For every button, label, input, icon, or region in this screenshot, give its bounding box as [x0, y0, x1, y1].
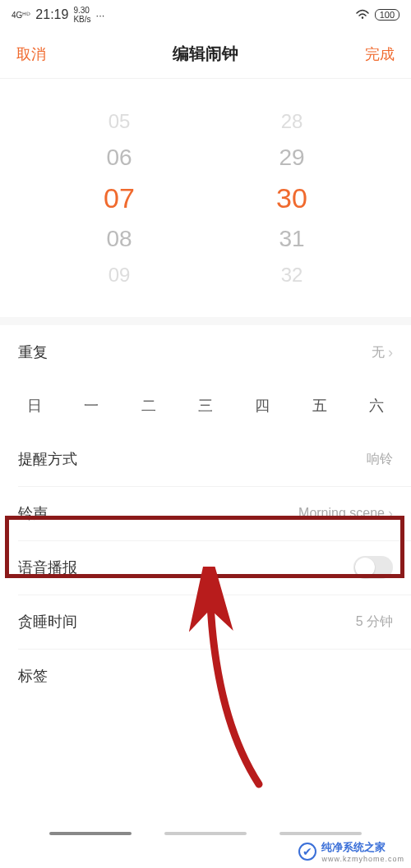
- battery-indicator: 100: [375, 9, 399, 21]
- voice-broadcast-row[interactable]: 语音播报: [0, 540, 411, 595]
- status-more: ···: [96, 9, 105, 21]
- reminder-value: 响铃: [367, 451, 393, 468]
- tag-row[interactable]: 标签: [0, 649, 411, 703]
- hour-option[interactable]: 08: [106, 226, 132, 252]
- watermark-url: www.kzmyhome.com: [321, 855, 404, 863]
- snooze-row[interactable]: 贪睡时间 5 分钟: [0, 595, 411, 649]
- minute-selected[interactable]: 30: [276, 182, 307, 214]
- weekday-fri[interactable]: 五: [303, 396, 336, 416]
- hour-column[interactable]: 05 06 07 08 09: [33, 110, 206, 287]
- ringtone-row[interactable]: 铃声 Morning scene ›: [0, 486, 411, 540]
- hour-option[interactable]: 05: [109, 110, 131, 133]
- watermark-brand: 纯净系统之家: [321, 840, 404, 855]
- time-picker[interactable]: 05 06 07 08 09 28 29 30 31 32: [0, 79, 411, 325]
- weekday-tue[interactable]: 二: [132, 396, 165, 416]
- repeat-label: 重复: [18, 342, 48, 362]
- chevron-right-icon: ›: [388, 344, 393, 361]
- status-time: 21:19: [35, 7, 68, 22]
- hour-option[interactable]: 06: [106, 145, 132, 171]
- net-speed: 9.30 KB/s: [73, 6, 90, 24]
- voice-toggle[interactable]: [353, 556, 393, 579]
- status-bar: 4Gᴴᴰ 21:19 9.30 KB/s ··· 100: [0, 0, 411, 30]
- hour-selected[interactable]: 07: [104, 182, 135, 214]
- minute-option[interactable]: 29: [279, 145, 304, 171]
- ringtone-label: 铃声: [18, 503, 48, 523]
- weekday-selector: 日 一 二 三 四 五 六: [0, 379, 411, 432]
- minute-option[interactable]: 32: [281, 264, 303, 287]
- repeat-row[interactable]: 重复 无 ›: [0, 325, 411, 379]
- chevron-right-icon: ›: [388, 505, 393, 522]
- snooze-label: 贪睡时间: [18, 612, 77, 631]
- weekday-wed[interactable]: 三: [189, 396, 222, 416]
- nav-indicator: [0, 832, 411, 835]
- page-title: 编辑闹钟: [173, 43, 238, 65]
- reminder-row[interactable]: 提醒方式 响铃: [0, 432, 411, 486]
- snooze-value: 5 分钟: [356, 613, 393, 631]
- done-button[interactable]: 完成: [365, 44, 395, 64]
- header: 取消 编辑闹钟 完成: [0, 30, 411, 79]
- minute-option[interactable]: 31: [279, 226, 304, 252]
- weekday-mon[interactable]: 一: [75, 396, 108, 416]
- hour-option[interactable]: 09: [109, 264, 131, 287]
- cancel-button[interactable]: 取消: [16, 44, 46, 64]
- weekday-thu[interactable]: 四: [246, 396, 279, 416]
- ringtone-value: Morning scene ›: [298, 505, 393, 522]
- settings-list: 重复 无 › 日 一 二 三 四 五 六 提醒方式 响铃 铃声 Morning …: [0, 325, 411, 703]
- minute-column[interactable]: 28 29 30 31 32: [206, 110, 378, 287]
- svg-point-0: [361, 16, 363, 18]
- weekday-sat[interactable]: 六: [360, 396, 393, 416]
- repeat-value: 无 ›: [372, 344, 393, 361]
- voice-label: 语音播报: [18, 558, 77, 577]
- tag-label: 标签: [18, 666, 48, 686]
- watermark: ✔ 纯净系统之家 www.kzmyhome.com: [298, 840, 404, 863]
- weekday-sun[interactable]: 日: [18, 396, 51, 416]
- minute-option[interactable]: 28: [281, 110, 303, 133]
- watermark-logo-icon: ✔: [298, 843, 316, 861]
- wifi-icon: [355, 8, 370, 22]
- network-badge: 4Gᴴᴰ: [12, 11, 30, 20]
- reminder-label: 提醒方式: [18, 449, 77, 469]
